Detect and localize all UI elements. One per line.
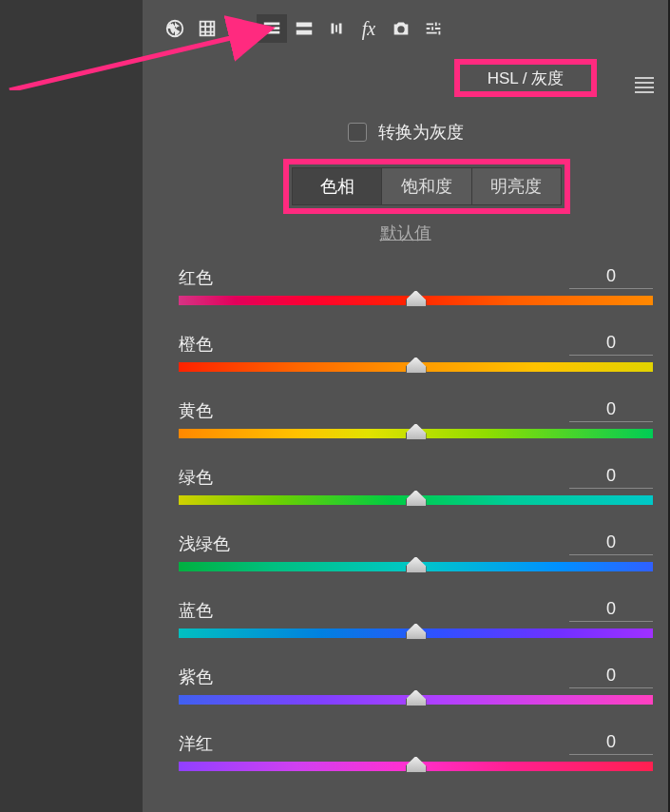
slider-row-1: 橙色0 [179,333,653,372]
slider-thumb[interactable] [406,423,427,440]
slider-label: 橙色 [179,333,213,356]
slider-label: 绿色 [179,466,213,489]
convert-grayscale-row: 转换为灰度 [143,121,668,144]
aperture-icon[interactable] [160,14,190,43]
slider-value[interactable]: 0 [569,599,653,622]
panel-toolbar: fx [143,0,668,57]
slider-thumb[interactable] [406,756,427,773]
slider-value[interactable]: 0 [569,532,653,555]
slider-value[interactable]: 0 [569,266,653,289]
panel-menu-icon[interactable] [635,74,654,96]
slider-row-6: 紫色0 [179,666,653,705]
slider-row-2: 黄色0 [179,399,653,438]
slider-thumb[interactable] [406,623,427,640]
hue-sliders: 红色0橙色0黄色0绿色0浅绿色0蓝色0紫色0洋红0 [179,266,653,771]
mountains-icon[interactable] [224,14,255,43]
convert-grayscale-label: 转换为灰度 [378,121,464,144]
left-gutter [0,0,143,812]
tab-1[interactable]: 饱和度 [382,168,471,204]
slider-row-0: 红色0 [179,266,653,305]
camera-icon[interactable] [386,14,416,43]
slider-track[interactable] [179,628,653,638]
slider-label: 紫色 [179,666,213,688]
slider-label: 蓝色 [179,599,213,622]
hsl-icon[interactable] [257,14,287,43]
split-tone-icon[interactable] [289,14,319,43]
slider-track[interactable] [179,362,653,372]
slider-value[interactable]: 0 [569,732,653,755]
convert-grayscale-checkbox[interactable] [348,123,367,142]
slider-track[interactable] [179,695,653,705]
slider-thumb[interactable] [406,689,427,706]
slider-label: 黄色 [179,399,213,422]
slider-value[interactable]: 0 [569,466,653,489]
slider-row-7: 洋红0 [179,732,653,771]
defaults-link[interactable]: 默认值 [143,222,668,244]
adjustments-icon[interactable] [418,14,449,43]
slider-value[interactable]: 0 [569,333,653,356]
lens-icon[interactable] [321,14,352,43]
grid-icon[interactable] [192,14,222,43]
slider-thumb[interactable] [406,490,427,507]
slider-thumb[interactable] [406,290,427,307]
slider-track[interactable] [179,495,653,505]
slider-track[interactable] [179,562,653,571]
tabs-highlight: 色相饱和度明亮度 [283,159,570,214]
panel-title: HSL / 灰度 [488,68,565,89]
panel-title-highlight: HSL / 灰度 [454,59,597,97]
slider-thumb[interactable] [406,556,427,573]
hsl-tabs: 色相饱和度明亮度 [292,167,562,205]
slider-track[interactable] [179,762,653,771]
slider-thumb[interactable] [406,357,427,374]
fx-icon[interactable]: fx [354,14,384,43]
slider-track[interactable] [179,296,653,305]
hsl-panel: fx HSL / 灰度 转换为灰度 色相饱和度明亮度 默认值 红色0橙色0黄色0… [143,0,668,812]
tab-0[interactable]: 色相 [293,168,382,204]
slider-row-4: 浅绿色0 [179,532,653,571]
slider-row-3: 绿色0 [179,466,653,505]
tab-2[interactable]: 明亮度 [472,168,561,204]
slider-label: 红色 [179,266,213,289]
slider-track[interactable] [179,429,653,438]
slider-label: 浅绿色 [179,532,230,555]
slider-label: 洋红 [179,732,213,755]
slider-row-5: 蓝色0 [179,599,653,638]
slider-value[interactable]: 0 [569,666,653,688]
slider-value[interactable]: 0 [569,399,653,422]
